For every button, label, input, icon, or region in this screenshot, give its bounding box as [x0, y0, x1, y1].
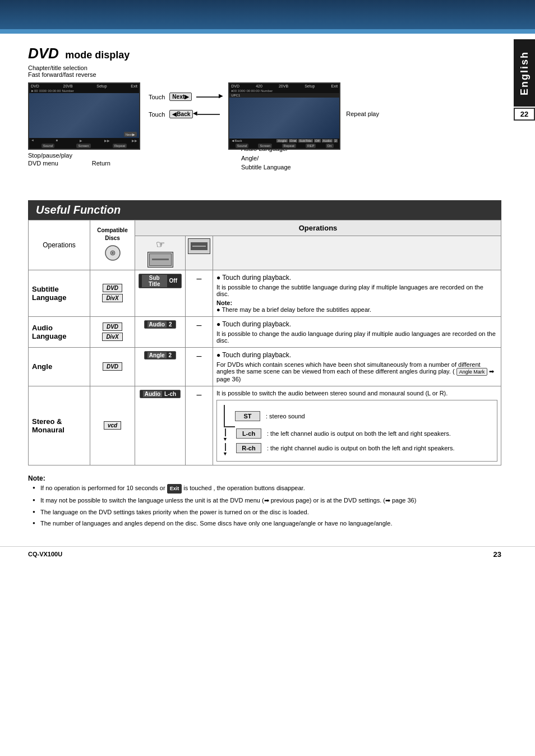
subtitle-lang-discs-cell: DVD DivX	[90, 270, 135, 316]
stereo-label-cell: Stereo & Monaural	[29, 386, 90, 465]
angle-bullet: ● Touch during playback.	[216, 351, 497, 359]
stereo-touch-tag: Audio L-ch	[140, 390, 181, 398]
subtitle-bullet: ● Touch during playback.	[216, 274, 497, 282]
stereo-discs-cell: vcd	[90, 386, 135, 465]
useful-function-header: Useful Function	[28, 200, 501, 220]
touch-back-btn: ◀Back	[169, 110, 193, 118]
list-item: The language on the DVD settings takes p…	[33, 506, 501, 518]
touch-back-label: Touch	[149, 111, 165, 118]
labels-below-first: Stop/pause/play	[28, 152, 140, 159]
screen-box-2: DVD42020VBSetupExit ♦00≡00000:00:00Numbe…	[228, 82, 340, 150]
audio-desc: It is possible to change the audio langu…	[216, 330, 497, 344]
compatible-discs-label: CompatibleDiscs	[93, 227, 132, 242]
english-label: English	[514, 39, 535, 107]
stereo-desc: It is possible to switch the audio betwe…	[216, 390, 497, 397]
svg-point-2	[112, 252, 113, 254]
audio-lang-discs-cell: DVD DivX	[90, 316, 135, 347]
angle-mark-tag: Angle Mark	[456, 368, 488, 376]
dvd-title-sub: mode display	[65, 49, 130, 61]
down-arrow-1: ▼	[223, 436, 228, 442]
rch-line	[225, 443, 226, 451]
screen-icon	[147, 252, 173, 268]
rch-item: R-ch : the right channel audio is output…	[235, 443, 455, 453]
st-items: ST : stereo sound	[235, 411, 305, 421]
ops-top-header: Operations	[135, 220, 501, 236]
stereo-touch-cell: Audio L-ch	[135, 386, 186, 465]
angle-dvd-disc: DVD	[103, 362, 122, 371]
repeat-play-label: Repeat play	[346, 110, 379, 117]
lch-tag: L-ch	[236, 428, 261, 439]
first-screen-area: DVD20VBSetupExit ►00≡00000:00:00Number N…	[28, 82, 140, 167]
subtitle-dash-cell: –	[186, 270, 213, 316]
function-table: Operations CompatibleDiscs Operations	[28, 220, 501, 465]
stereo-dash-cell: –	[186, 386, 213, 465]
finger-icon: ☞	[156, 238, 165, 251]
disc-icon-area	[93, 245, 132, 263]
st-tag: ST	[235, 411, 260, 421]
touch-screen-header: ☞	[135, 236, 186, 270]
compatible-discs-col-header: CompatibleDiscs	[90, 220, 135, 270]
table-row: Angle DVD Angle 2 – ● Touch during playb…	[29, 347, 501, 386]
chapter-label: Chapter/title selection	[28, 64, 501, 71]
audio-lang-label-cell: Audio Language	[29, 316, 90, 347]
audio-lang-row-label: Audio Language	[32, 324, 66, 340]
lch-row: ▼ L-ch : the left channel audio is outpu…	[224, 428, 490, 442]
lch-line	[225, 428, 226, 436]
page-number-bottom: 23	[494, 550, 501, 559]
main-content: DVD mode display Chapter/title selection…	[0, 34, 535, 541]
rch-desc: : the right channel audio is output on b…	[267, 445, 455, 451]
audio-desc-cell: ● Touch during playback. It is possible …	[213, 316, 501, 347]
stereo-desc-cell: It is possible to switch the audio betwe…	[213, 386, 501, 465]
header-row-1: Operations CompatibleDiscs Operations	[29, 220, 501, 236]
touch-next-row: Touch Next▶	[149, 93, 220, 101]
angle-label-cell: Angle	[29, 347, 90, 386]
subtitle-lang-label: Subtitle Language	[32, 285, 66, 302]
dvd-mode-section: DVD mode display Chapter/title selection…	[28, 45, 501, 172]
screen-box-1: DVD20VBSetupExit ►00≡00000:00:00Number N…	[28, 82, 140, 150]
bottom-bar: CQ-VX100U 23	[0, 546, 535, 562]
touch-back-row: Touch ◀Back	[149, 110, 220, 118]
notes-bottom-title: Note:	[28, 474, 501, 482]
list-item: It may not be possible to switch the lan…	[33, 495, 501, 506]
audio-bullet: ● Touch during playback.	[216, 320, 497, 328]
angle-touch-tag: Angle 2	[144, 351, 176, 359]
audio-dash-cell: –	[186, 316, 213, 347]
st-desc: : stereo sound	[266, 413, 305, 420]
subtitle-desc-cell: ● Touch during playback. It is possible …	[213, 270, 501, 316]
table-row: Audio Language DVD DivX Audio 2	[29, 316, 501, 347]
st-bracket-top	[224, 405, 235, 427]
audio-divx-disc: DivX	[94, 333, 131, 341]
arrow-left-icon	[197, 114, 220, 115]
dash-col-header	[186, 236, 213, 270]
display-icon	[188, 238, 210, 254]
disc-svg-icon	[99, 245, 127, 261]
lch-item: L-ch : the left channel audio is output …	[235, 428, 451, 439]
rch-tag: R-ch	[236, 443, 261, 453]
divx-disc-icon: DivX	[94, 294, 131, 302]
list-item: The number of languages and angles depen…	[33, 518, 501, 529]
fastforward-label: Fast forward/fast reverse	[28, 71, 501, 78]
page-number-top: 22	[514, 108, 535, 121]
lch-connector: ▼	[224, 428, 235, 442]
table-row: Stereo & Monaural vcd Audio L-ch – It is…	[29, 386, 501, 465]
audio-dvd-disc: DVD	[94, 322, 131, 331]
stop-pause-play-label: Stop/pause/play	[28, 152, 72, 159]
touch-next-btn: Next▶	[169, 93, 192, 101]
notes-bottom-section: Note: If no operation is performed for 1…	[28, 474, 501, 529]
stereo-vcd-disc: vcd	[104, 421, 121, 430]
angle-dash-cell: –	[186, 347, 213, 386]
subtitle-lang-label-cell: Subtitle Language	[29, 270, 90, 316]
angle-row-label: Angle	[32, 362, 52, 371]
lch-desc: : the left channel audio is output on bo…	[267, 430, 451, 437]
subtitle-touch-cell: Sub Title Off	[135, 270, 186, 316]
subtitle-desc: It is possible to change the subtitle la…	[216, 284, 497, 297]
audio-touch-tag: Audio 2	[144, 320, 177, 329]
subtitle-touch-tag: Sub Title Off	[139, 274, 182, 288]
dvd-menu-label: DVD menu	[28, 160, 58, 167]
stereo-diagram: ST : stereo sound ▼	[216, 400, 497, 462]
dvd-disc-icon: DVD	[94, 284, 131, 292]
top-banner	[0, 0, 535, 34]
useful-function-section: Useful Function Operations CompatibleDis…	[28, 200, 501, 465]
list-item: If no operation is performed for 10 seco…	[33, 482, 501, 495]
second-screen-area: DVD42020VBSetupExit ♦00≡00000:00:00Numbe…	[228, 82, 340, 150]
